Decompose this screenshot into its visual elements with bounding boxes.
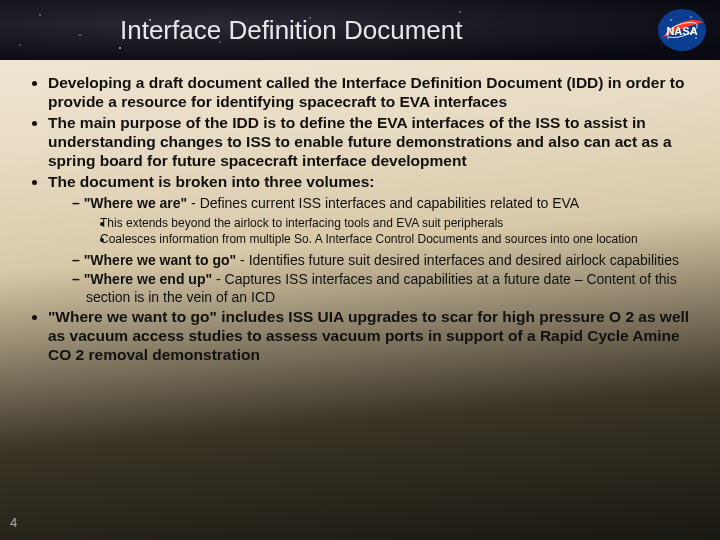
sub-bullet-bold: "Where we end up" (84, 271, 212, 287)
bullet-item: The document is broken into three volume… (48, 173, 692, 307)
sub-bullet-bold: "Where we are" (84, 195, 188, 211)
page-number: 4 (10, 515, 17, 530)
bullet-list-level2: "Where we are" - Defines current ISS int… (48, 195, 692, 306)
bullet-item: "Where we want to go" includes ISS UIA u… (48, 308, 692, 365)
slide-body: Developing a draft document called the I… (0, 60, 720, 365)
slide: Interface Definition Document NASA Devel… (0, 0, 720, 540)
bullet-item: The main purpose of the IDD is to define… (48, 114, 692, 171)
sub-bullet-text: - Defines current ISS interfaces and cap… (187, 195, 579, 211)
bullet-list-level1: Developing a draft document called the I… (28, 74, 692, 365)
nasa-logo-icon: NASA (656, 8, 708, 52)
svg-point-2 (670, 19, 671, 20)
bullet-list-level3: This extends beyond the airlock to inter… (86, 216, 692, 247)
sub-bullet-item: "Where we end up" - Captures ISS interfa… (72, 271, 692, 306)
sub-bullet-bold: "Where we want to go" (84, 252, 237, 268)
slide-header: Interface Definition Document NASA (0, 0, 720, 60)
sub-bullet-item: "Where we want to go" - Identifies futur… (72, 252, 692, 270)
svg-point-5 (667, 37, 668, 38)
svg-point-4 (695, 37, 696, 38)
subsub-bullet-item: Coalesces information from multiple So. … (114, 232, 692, 247)
bullet-text: The document is broken into three volume… (48, 173, 374, 190)
sub-bullet-item: "Where we are" - Defines current ISS int… (72, 195, 692, 247)
sub-bullet-text: - Identifies future suit desired interfa… (236, 252, 679, 268)
slide-title: Interface Definition Document (0, 15, 463, 46)
bullet-item: Developing a draft document called the I… (48, 74, 692, 112)
subsub-bullet-item: This extends beyond the airlock to inter… (114, 216, 692, 231)
svg-point-3 (690, 16, 691, 17)
